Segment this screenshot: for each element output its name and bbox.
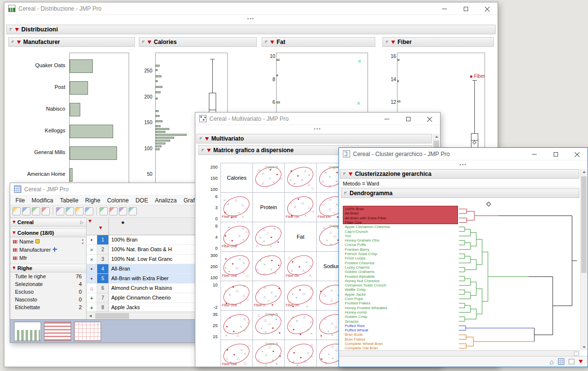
disclosure-icon[interactable] — [386, 41, 389, 43]
matrix-cell[interactable]: ●×△+◇×●×△ — [252, 251, 285, 281]
maximize-button[interactable] — [455, 2, 476, 15]
dendrogram-leaf[interactable]: Apple Jacks — [345, 292, 366, 297]
menu-tabelle[interactable]: Tabelle — [57, 196, 82, 205]
row-marker-icon[interactable]: + — [87, 293, 97, 303]
data-table-icon[interactable] — [558, 358, 564, 365]
home-icon[interactable]: ⌂ — [550, 358, 554, 365]
histogram-bar[interactable] — [156, 91, 161, 93]
row-marker-icon[interactable]: × — [87, 245, 97, 255]
scroll-left-icon[interactable]: ◀ — [87, 312, 94, 320]
histogram-bar[interactable] — [156, 80, 158, 82]
row-marker-icon[interactable]: ● — [87, 274, 97, 284]
histogram-bar[interactable] — [156, 145, 162, 147]
manufacturer-bar[interactable] — [70, 59, 93, 73]
table-panel-header[interactable]: Cereal ▷ — [10, 218, 86, 227]
toolbar-grid-icon[interactable] — [100, 207, 108, 215]
dendrogram-leaf[interactable]: Cinnamon Toast Crunch — [345, 283, 386, 287]
dendrogram-leaf[interactable]: French Toast Crisp — [345, 252, 377, 256]
disclosure-icon[interactable] — [200, 137, 203, 140]
row-marker-icon[interactable]: △ — [87, 284, 97, 293]
row-number[interactable]: 1 — [97, 235, 109, 245]
thumbnail-table[interactable] — [44, 322, 71, 341]
manufacturer-bar[interactable] — [70, 103, 80, 116]
histogram-bar[interactable] — [156, 143, 165, 144]
toolbar-print-icon[interactable] — [42, 207, 50, 215]
dendrogram-leaf[interactable]: Honey Nut Cheerios — [345, 279, 380, 283]
column-item[interactable]: Name — [10, 237, 86, 245]
vertical-scrollbar[interactable] — [580, 169, 587, 350]
dendrogram-leaf[interactable]: Puffed Wheat — [345, 328, 368, 332]
red-triangle-menu[interactable] — [391, 41, 395, 44]
histogram-bar[interactable] — [156, 115, 160, 117]
histogram-bar[interactable] — [397, 59, 399, 61]
close-button[interactable] — [476, 2, 498, 15]
histogram-bar[interactable] — [156, 131, 165, 133]
rows-stat-row[interactable]: Selezionate4 — [10, 280, 86, 288]
calories-header[interactable]: Calories — [139, 37, 257, 47]
histogram-bar[interactable] — [156, 86, 162, 88]
row-number[interactable]: 5 — [97, 274, 109, 284]
column-item[interactable]: Manufacturer — [10, 245, 86, 254]
histogram-bar[interactable] — [156, 134, 187, 136]
red-triangle-menu[interactable] — [13, 231, 15, 234]
menu-file[interactable]: File — [12, 196, 28, 205]
row-marker-icon[interactable]: + — [87, 303, 97, 313]
histogram-bar[interactable] — [156, 75, 162, 77]
dendrogram-leaf[interactable]: Bran Buds — [345, 332, 363, 337]
dendrogram-leaf[interactable]: Frosted Cheerios — [345, 261, 374, 265]
matrix-cell[interactable]: ●×△+◇×●×△ — [284, 163, 317, 193]
outlier-point[interactable] — [470, 75, 472, 78]
distribuzioni-header[interactable]: Distribuzioni — [6, 25, 496, 34]
scroll-up-button[interactable] — [433, 134, 440, 140]
dendrogram-leaf[interactable]: Trix — [345, 234, 351, 238]
grid-corner[interactable] — [87, 218, 109, 235]
dendrogram-leaf[interactable]: Froot Loops — [345, 256, 366, 260]
row-number[interactable]: 2 — [97, 245, 109, 255]
rows-stat-row[interactable]: Escluso0 — [10, 288, 86, 296]
row-number[interactable]: 4 — [97, 264, 109, 274]
dendrogram-leaf[interactable]: Franken Berry — [345, 247, 369, 252]
matrix-cell[interactable]: ●×△+◇×●×△ — [284, 310, 317, 340]
red-triangle-menu[interactable] — [147, 41, 151, 44]
scrollbar-thumb[interactable] — [574, 352, 579, 356]
histogram-bar[interactable] — [156, 137, 174, 139]
dendrogram-leaf[interactable]: Fiber One — [345, 220, 362, 225]
red-triangle-menu[interactable] — [13, 221, 15, 224]
matrix-cell[interactable]: ●×△+◇×●×△ — [252, 222, 285, 252]
red-triangle-menu[interactable] — [17, 41, 21, 44]
manufacturer-bar[interactable] — [70, 168, 73, 182]
toolbar-cut-icon[interactable] — [56, 207, 64, 215]
row-number[interactable]: 7 — [97, 293, 109, 303]
dendrogram-leaf[interactable]: Golden Crisp — [345, 314, 368, 319]
matrix-cell[interactable]: Protein — [252, 192, 285, 222]
manufacturer-bar[interactable] — [70, 146, 117, 160]
histogram-bar[interactable] — [156, 98, 158, 100]
histogram-bar[interactable] — [277, 74, 278, 76]
scroll-down-icon[interactable]: ▼ — [81, 242, 84, 245]
matrix-cell[interactable]: ●×△+◇×●×△ — [284, 340, 317, 367]
red-triangle-menu[interactable] — [13, 267, 15, 270]
dendrogram-leaf[interactable]: 100% Bran — [345, 207, 364, 211]
dendrogram-leaf[interactable]: Honey-comb — [345, 310, 367, 314]
dendrogram-leaf[interactable]: Frosted Alphabits — [345, 274, 375, 279]
histogram-bar[interactable] — [156, 128, 169, 130]
histogram-bar[interactable] — [397, 80, 399, 82]
cluster-header[interactable]: Clusterizzazione gerarchica — [340, 169, 579, 179]
row-marker-icon[interactable]: × — [87, 255, 97, 264]
dendrogram-header[interactable]: Dendrogramma — [341, 188, 579, 198]
rows-stat-row[interactable]: Etichettate2 — [10, 303, 86, 311]
menu-doe[interactable]: DOE — [132, 196, 151, 205]
ribbon-grip[interactable]: ••• — [4, 16, 498, 21]
distribution-titlebar[interactable]: Cereal - Distribuzione - JMP Pro — [4, 2, 498, 15]
histogram-bar[interactable] — [156, 69, 158, 71]
disclosure-icon[interactable] — [265, 41, 268, 43]
toolbar-summary-icon[interactable] — [109, 207, 118, 215]
disclosure-icon[interactable] — [343, 172, 346, 175]
histogram-frame[interactable] — [69, 53, 129, 189]
expand-panel-icon[interactable]: ▷ — [80, 220, 84, 225]
manufacturer-bar[interactable] — [70, 81, 88, 95]
thumbnail-distribution[interactable] — [14, 322, 41, 341]
row-marker-icon[interactable]: ● — [87, 235, 97, 245]
dendrogram-leaf[interactable]: Corn Pops — [345, 297, 363, 301]
red-triangle-menu[interactable] — [205, 137, 209, 141]
